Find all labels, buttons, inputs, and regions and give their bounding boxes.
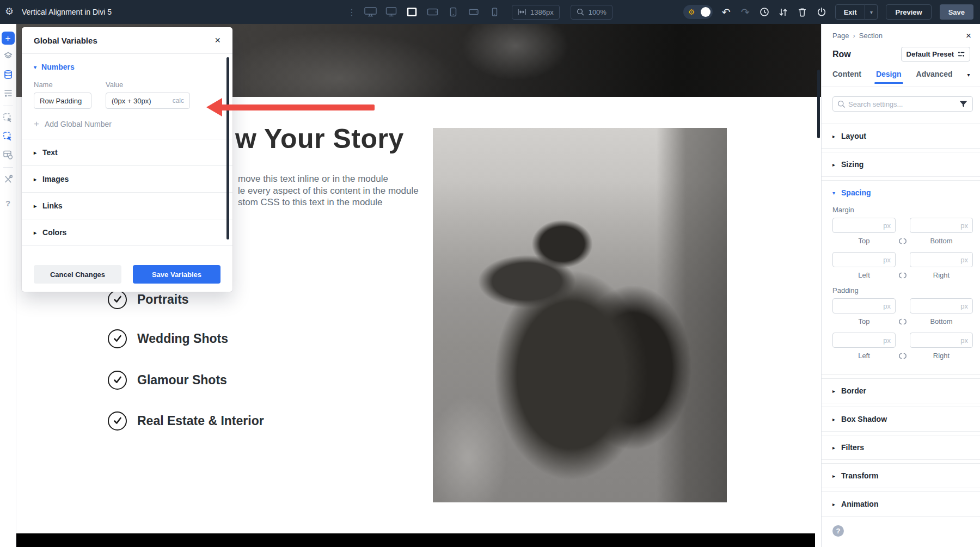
caret-down-icon: ▾ [34,64,36,70]
checklist-item[interactable]: Portraits [108,290,189,309]
checklist-item[interactable]: Real Estate & Interior [108,411,264,431]
photographer-image[interactable] [433,128,727,502]
panel-caret-down-icon[interactable]: ▾ [967,70,970,78]
checklist-item[interactable]: Wedding Shots [108,329,228,348]
undo-icon[interactable]: ↶ [721,5,732,19]
links-section-toggle[interactable]: ▸ Links [22,193,232,219]
zoom-level-input[interactable]: 100% [571,5,612,20]
link-values-icon[interactable] [896,318,910,325]
body-text-block[interactable]: move this text inline or in the module l… [238,173,419,208]
device-tablet-portrait-icon[interactable] [446,7,460,17]
checklist-item[interactable]: Glamour Shots [108,370,227,390]
settings-search-input[interactable] [848,100,957,108]
toggle-gear-icon: ⚙ [688,8,695,16]
colors-section-toggle[interactable]: ▸ Colors [22,219,232,246]
footer-section[interactable] [16,533,815,547]
padding-top-bottom-labels: Top Bottom [822,317,980,325]
redo-icon[interactable]: ↷ [740,5,751,19]
body-text-line: le every aspect of this content in the m… [238,185,419,197]
device-tablet-landscape-icon[interactable] [426,7,439,17]
builder-mode-toggle[interactable]: ⚙ [683,5,713,19]
panel-help-icon[interactable]: ? [832,525,844,537]
border-group-toggle[interactable]: ▸ Border [822,379,980,403]
help-icon[interactable]: ? [1,196,15,210]
sort-layers-icon[interactable] [778,5,789,19]
padding-right-input[interactable] [910,333,973,348]
numbers-section-toggle[interactable]: ▾ Numbers [34,63,220,71]
save-button[interactable]: Save [940,4,973,20]
tab-design[interactable]: Design [876,70,902,84]
divi-builder: ⚙ Vertical Alignment in Divi 5 ⋮ [0,0,980,547]
link-values-icon[interactable] [896,353,910,359]
variable-value-input[interactable]: (0px + 30px) calc [106,93,190,109]
margin-left-right-inputs [822,252,980,267]
body-text-line: stom CSS to this text in the module [238,196,419,208]
canvas-width-input[interactable]: 1386px [512,5,560,20]
close-icon[interactable]: × [215,35,220,45]
checkmark-circle-icon [108,329,127,348]
breadcrumb-section[interactable]: Section [859,32,883,40]
layout-group-toggle[interactable]: ▸ Layout [822,124,980,148]
settings-search [832,96,973,112]
exit-dropdown-caret-icon[interactable]: ▾ [865,4,878,20]
builder-settings-gear-icon[interactable]: ⚙ [5,7,14,16]
device-phone-portrait-icon[interactable] [488,7,501,17]
trash-icon[interactable] [797,5,808,19]
drag-handle-icon[interactable]: ⋮ [347,7,356,17]
caret-right-icon: ▸ [832,501,835,507]
section-heading[interactable]: w Your Story [235,123,404,155]
link-values-icon[interactable] [896,238,910,244]
canvas-scrollbar[interactable] [817,70,820,138]
tab-advanced[interactable]: Advanced [916,70,953,84]
variable-name-input[interactable]: Row Padding [34,93,91,109]
add-global-number-button[interactable]: + Add Global Number [34,119,220,128]
checklist-label: Wedding Shots [137,331,228,346]
filter-funnel-icon[interactable] [959,101,967,108]
padding-top-input[interactable] [832,298,896,314]
database-icon[interactable] [1,67,15,82]
save-variables-button[interactable]: Save Variables [133,265,220,284]
click-edit-mode-icon[interactable] [1,110,15,125]
sizing-group-toggle[interactable]: ▸ Sizing [822,152,980,176]
hover-edit-mode-icon[interactable] [1,129,15,143]
exit-button[interactable]: Exit [835,4,866,20]
close-icon[interactable]: × [966,31,971,40]
device-phone-landscape-icon[interactable] [467,7,480,17]
portability-icon[interactable] [816,5,827,19]
transform-group-toggle[interactable]: ▸ Transform [822,464,980,488]
spacing-group-toggle[interactable]: ▾ Spacing [822,181,980,205]
layers-icon[interactable] [1,49,15,63]
images-section-toggle[interactable]: ▸ Images [22,166,232,193]
link-values-icon[interactable] [896,272,910,279]
preview-button[interactable]: Preview [886,4,931,20]
responsive-controls: ⋮ 1386px [347,0,612,24]
device-desktop-icon[interactable] [384,7,397,17]
wireframe-view-icon[interactable] [1,86,15,100]
modal-scrollbar[interactable] [226,57,229,239]
layout-library-icon[interactable] [1,147,15,162]
margin-left-input[interactable] [832,252,896,267]
default-preset-button[interactable]: Default Preset [901,47,970,62]
padding-bottom-input[interactable] [910,298,973,314]
padding-left-input[interactable] [832,333,896,348]
sidebar-divider [3,106,13,106]
tab-content[interactable]: Content [832,70,861,84]
margin-bottom-input[interactable] [910,218,973,233]
checkmark-circle-icon [108,290,127,309]
device-zoom-active-icon[interactable] [405,7,418,17]
filters-group-toggle[interactable]: ▸ Filters [822,435,980,459]
add-module-button[interactable]: + [2,32,15,45]
history-icon[interactable] [759,5,770,19]
animation-group-toggle[interactable]: ▸ Animation [822,492,980,516]
breadcrumb-page[interactable]: Page [832,32,849,40]
text-section-toggle[interactable]: ▸ Text [22,139,232,166]
margin-right-input[interactable] [910,252,973,267]
padding-left-right-labels: Left Right [822,352,980,360]
device-desktop-large-icon[interactable] [364,7,377,17]
margin-top-input[interactable] [832,218,896,233]
box-shadow-group-toggle[interactable]: ▸ Box Shadow [822,407,980,431]
cancel-changes-button[interactable]: Cancel Changes [34,265,121,284]
tools-icon[interactable] [1,172,15,186]
transform-group: ▸ Transform [822,463,980,488]
panel-body: ▸ Layout ▸ Sizing ▾ Spacing Margin [822,96,980,537]
